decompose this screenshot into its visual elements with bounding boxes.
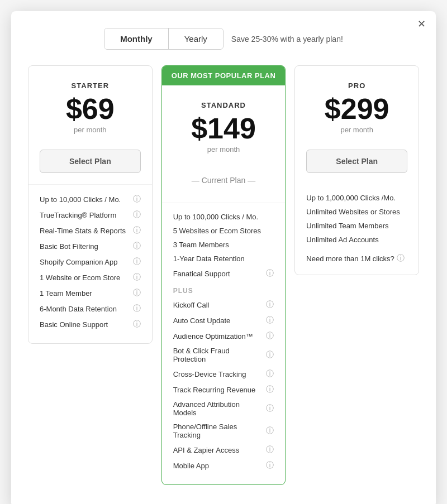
- info-icon[interactable]: ⓘ: [266, 331, 274, 341]
- info-icon[interactable]: ⓘ: [133, 288, 141, 298]
- pro-price: $299: [306, 94, 407, 123]
- list-item: Real-Time Stats & Reports ⓘ: [40, 223, 141, 238]
- monthly-toggle[interactable]: Monthly: [104, 28, 169, 49]
- list-item: Up to 1,000,000 Clicks /Mo.: [306, 191, 407, 205]
- starter-select-button[interactable]: Select Plan: [40, 150, 141, 173]
- list-item: Bot & Click Fraud Protection ⓘ: [173, 344, 274, 366]
- list-item: Unlimited Team Members: [306, 219, 407, 233]
- list-item: Up to 10,000 Clicks / Mo. ⓘ: [40, 191, 141, 207]
- list-item: Cross-Device Tracking ⓘ: [173, 366, 274, 382]
- list-item: Auto Cost Update ⓘ: [173, 313, 274, 328]
- list-item: 3 Team Members: [173, 238, 274, 252]
- need-more-text: Need more than 1M clicks? ⓘ: [306, 253, 407, 263]
- info-icon[interactable]: ⓘ: [133, 304, 141, 314]
- pro-plan-name: PRO: [306, 81, 407, 90]
- list-item: Track Recurring Revenue ⓘ: [173, 382, 274, 397]
- list-item: Mobile App ⓘ: [173, 458, 274, 473]
- info-icon[interactable]: ⓘ: [133, 241, 141, 251]
- standard-plan-name: STANDARD: [173, 101, 274, 109]
- list-item: 6-Month Data Retention ⓘ: [40, 301, 141, 316]
- popular-badge: OUR MOST POPULAR PLAN: [162, 66, 286, 85]
- plus-label: PLUS: [173, 287, 274, 295]
- list-item: Phone/Offline Sales Tracking ⓘ: [173, 420, 274, 442]
- pro-select-button[interactable]: Select Plan: [306, 150, 407, 173]
- standard-price: $149: [173, 114, 274, 143]
- pricing-modal: ✕ Monthly Yearly Save 25-30% with a year…: [11, 11, 436, 504]
- list-item: 1 Team Member ⓘ: [40, 285, 141, 301]
- info-icon[interactable]: ⓘ: [133, 257, 141, 267]
- info-icon[interactable]: ⓘ: [397, 253, 405, 263]
- pro-plan-card: PRO $299 per month Select Plan Up to 1,0…: [294, 65, 419, 275]
- pro-features: Up to 1,000,000 Clicks /Mo. Unlimited We…: [295, 184, 419, 275]
- yearly-toggle[interactable]: Yearly: [169, 28, 223, 49]
- starter-header: STARTER $69 per month: [28, 66, 152, 144]
- list-item: Basic Online Support ⓘ: [40, 316, 141, 332]
- list-item: Kickoff Call ⓘ: [173, 297, 274, 313]
- info-icon[interactable]: ⓘ: [266, 404, 274, 414]
- billing-toggle-row: Monthly Yearly Save 25-30% with a yearly…: [28, 28, 419, 50]
- list-item: Shopify Companion App ⓘ: [40, 254, 141, 270]
- list-item: Unlimited Websites or Stores: [306, 205, 407, 219]
- list-item: Audience Optimization™ ⓘ: [173, 328, 274, 344]
- info-icon[interactable]: ⓘ: [133, 272, 141, 282]
- standard-base-features: Up to 100,000 Clicks / Mo. 5 Websites or…: [162, 203, 286, 484]
- list-item: 1-Year Data Retention: [173, 252, 274, 266]
- starter-plan-name: STARTER: [40, 81, 141, 90]
- standard-header: STANDARD $149 per month: [162, 85, 286, 164]
- standard-period: per month: [173, 145, 274, 153]
- info-icon[interactable]: ⓘ: [266, 385, 274, 395]
- list-item: Fanatical Support ⓘ: [173, 266, 274, 281]
- list-item: Unlimited Ad Accounts: [306, 233, 407, 247]
- info-icon[interactable]: ⓘ: [266, 300, 274, 310]
- save-text: Save 25-30% with a yearly plan!: [231, 35, 343, 44]
- starter-period: per month: [40, 126, 141, 134]
- starter-price: $69: [40, 94, 141, 123]
- list-item: API & Zapier Access ⓘ: [173, 442, 274, 458]
- plans-container: STARTER $69 per month Select Plan Up to …: [28, 65, 419, 485]
- info-icon[interactable]: ⓘ: [266, 315, 274, 325]
- info-icon[interactable]: ⓘ: [266, 445, 274, 455]
- list-item: TrueTracking® Platform ⓘ: [40, 207, 141, 223]
- billing-toggle-group: Monthly Yearly: [104, 28, 224, 50]
- list-item: Basic Bot Filtering ⓘ: [40, 238, 141, 254]
- info-icon[interactable]: ⓘ: [266, 426, 274, 436]
- info-icon[interactable]: ⓘ: [133, 225, 141, 236]
- info-icon[interactable]: ⓘ: [266, 369, 274, 379]
- close-button[interactable]: ✕: [417, 19, 426, 29]
- standard-plan-card: OUR MOST POPULAR PLAN STANDARD $149 per …: [161, 65, 286, 485]
- info-icon[interactable]: ⓘ: [133, 319, 141, 329]
- pro-header: PRO $299 per month: [295, 66, 419, 144]
- info-icon[interactable]: ⓘ: [266, 460, 274, 471]
- list-item: 1 Website or Ecom Store ⓘ: [40, 270, 141, 285]
- list-item: 5 Websites or Ecom Stores: [173, 224, 274, 238]
- list-item: Up to 100,000 Clicks / Mo.: [173, 210, 274, 224]
- pro-period: per month: [306, 126, 407, 134]
- info-icon[interactable]: ⓘ: [133, 210, 141, 220]
- info-icon[interactable]: ⓘ: [266, 350, 274, 360]
- starter-plan-card: STARTER $69 per month Select Plan Up to …: [28, 65, 153, 344]
- starter-features: Up to 10,000 Clicks / Mo. ⓘ TrueTracking…: [28, 184, 152, 343]
- current-plan-label: — Current Plan —: [173, 169, 274, 191]
- list-item: Advanced Attribution Models ⓘ: [173, 397, 274, 420]
- info-icon[interactable]: ⓘ: [133, 194, 141, 204]
- info-icon[interactable]: ⓘ: [266, 268, 274, 279]
